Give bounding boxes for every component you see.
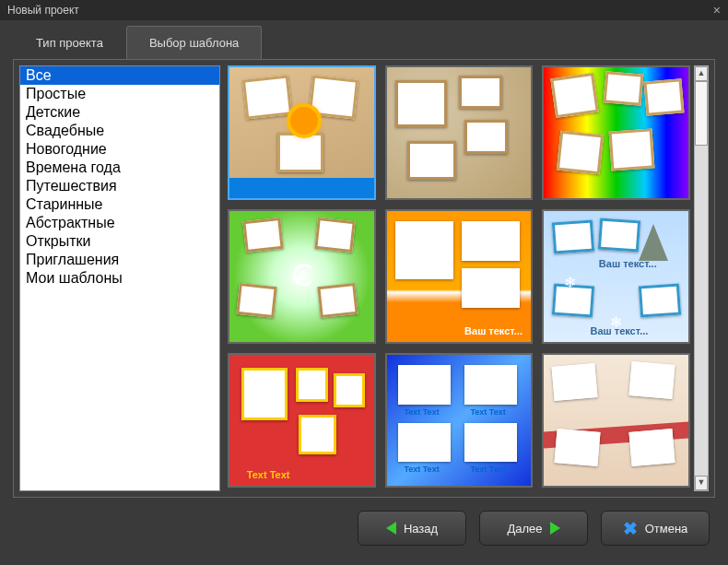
category-item[interactable]: Простые xyxy=(20,85,219,103)
photo-frame xyxy=(550,72,598,117)
template-thumb[interactable] xyxy=(228,65,376,200)
next-button[interactable]: Далее xyxy=(479,511,588,546)
photo-frame xyxy=(629,361,675,399)
template-text: Text Text xyxy=(471,407,506,417)
photo-frame xyxy=(552,220,594,254)
photo-frame xyxy=(334,373,365,407)
photo-frame xyxy=(242,217,283,252)
template-text: Text Text xyxy=(404,465,439,474)
cancel-button[interactable]: ✖ Отмена xyxy=(601,511,710,546)
category-item[interactable]: Все xyxy=(20,66,219,85)
template-thumb[interactable] xyxy=(542,65,690,200)
photo-frame xyxy=(299,415,336,454)
gallery-wrap: Ваш текст...❄❄Ваш текст...Ваш текст...Te… xyxy=(228,65,709,491)
photo-frame xyxy=(598,218,640,252)
photo-frame xyxy=(554,429,600,466)
photo-frame xyxy=(464,423,516,463)
close-icon[interactable]: × xyxy=(713,3,721,18)
template-text: Ваш текст... xyxy=(599,258,657,269)
arrow-right-icon xyxy=(550,522,560,535)
photo-frame xyxy=(277,133,323,172)
window-title: Новый проект xyxy=(7,4,79,17)
category-item[interactable]: Абстрактные xyxy=(20,214,219,232)
titlebar: Новый проект × xyxy=(0,0,728,20)
photo-frame xyxy=(459,76,502,110)
template-thumb[interactable]: ❄❄Ваш текст...Ваш текст... xyxy=(542,209,690,344)
photo-frame xyxy=(629,429,675,466)
photo-frame xyxy=(557,131,604,174)
scroll-down-icon[interactable]: ▼ xyxy=(695,476,708,490)
photo-frame xyxy=(609,129,655,171)
template-thumb[interactable] xyxy=(542,353,690,488)
cancel-button-label: Отмена xyxy=(645,522,688,536)
photo-frame xyxy=(398,365,450,405)
photo-frame xyxy=(296,368,327,402)
back-button-label: Назад xyxy=(404,522,438,536)
photo-frame xyxy=(395,80,447,127)
template-text: Text Text xyxy=(247,469,290,480)
category-item[interactable]: Детские xyxy=(20,103,219,122)
category-item[interactable]: Приглашения xyxy=(20,251,219,269)
photo-frame xyxy=(237,282,277,317)
category-item[interactable]: Новогодние xyxy=(20,140,219,159)
category-item[interactable]: Свадебные xyxy=(20,122,219,140)
category-item[interactable]: Путешествия xyxy=(20,177,219,195)
template-gallery: Ваш текст...❄❄Ваш текст...Ваш текст...Te… xyxy=(228,65,690,491)
template-thumb[interactable]: Ваш текст... xyxy=(385,209,534,344)
photo-frame xyxy=(464,365,516,405)
photo-frame xyxy=(464,120,508,154)
photo-frame xyxy=(314,217,355,252)
back-button[interactable]: Назад xyxy=(358,511,466,546)
photo-frame xyxy=(639,283,681,317)
photo-frame xyxy=(317,282,358,317)
photo-frame xyxy=(395,221,453,278)
arrow-left-icon xyxy=(386,522,396,535)
photo-frame xyxy=(551,363,597,401)
template-text: Text Text xyxy=(471,465,506,474)
close-x-icon: ✖ xyxy=(623,518,638,539)
template-thumb[interactable] xyxy=(385,65,534,200)
photo-frame xyxy=(604,71,644,105)
template-thumb[interactable]: Text Text xyxy=(228,353,376,488)
photo-frame xyxy=(407,141,456,181)
photo-frame xyxy=(398,423,450,463)
template-text: Ваш текст... xyxy=(590,325,648,336)
template-thumb[interactable] xyxy=(228,209,376,344)
scroll-thumb[interactable] xyxy=(695,81,708,146)
photo-frame xyxy=(643,78,684,115)
next-button-label: Далее xyxy=(507,522,542,536)
photo-frame xyxy=(241,368,288,420)
category-item[interactable]: Времена года xyxy=(20,159,219,177)
gallery-scrollbar[interactable]: ▲ ▼ xyxy=(694,65,709,491)
category-item[interactable]: Старинные xyxy=(20,195,219,214)
category-list[interactable]: ВсеПростыеДетскиеСвадебныеНовогодниеВрем… xyxy=(19,65,220,491)
template-text: Text Text xyxy=(404,407,439,417)
template-text: Ваш текст... xyxy=(464,325,523,336)
tab-project-type[interactable]: Тип проекта xyxy=(13,26,126,59)
photo-frame xyxy=(462,268,520,308)
category-item[interactable]: Открытки xyxy=(20,232,219,251)
template-thumb[interactable]: Text TextText TextText TextText Text xyxy=(385,353,534,488)
tab-template-select[interactable]: Выбор шаблона xyxy=(126,26,262,59)
photo-frame xyxy=(462,221,520,261)
photo-frame xyxy=(242,76,292,120)
tab-bar: Тип проекта Выбор шаблона xyxy=(0,20,728,59)
scroll-up-icon[interactable]: ▲ xyxy=(695,66,708,81)
content-area: ВсеПростыеДетскиеСвадебныеНовогодниеВрем… xyxy=(13,59,715,498)
category-item[interactable]: Мои шаблоны xyxy=(20,269,219,288)
footer: Назад Далее ✖ Отмена xyxy=(0,498,728,559)
